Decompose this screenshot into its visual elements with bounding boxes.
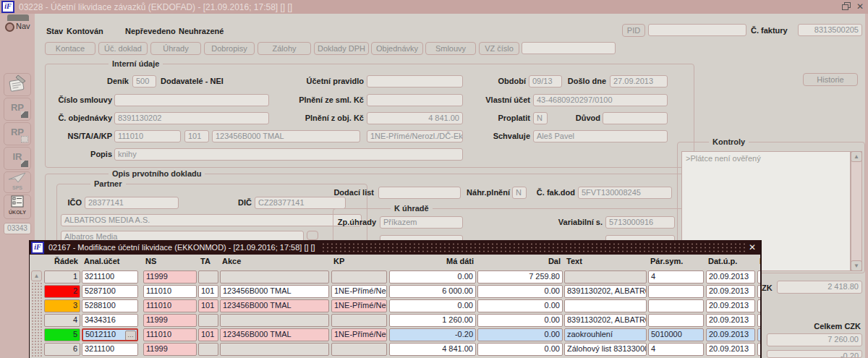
cell-radek[interactable]: 1 [44,270,80,284]
cell-ns[interactable]: 11999 [143,314,197,327]
nahr-plneni-field[interactable]: N [512,187,527,199]
cell-radek[interactable]: 2 [44,285,80,298]
partial-total-field[interactable]: -0.20 [767,350,862,358]
toolbar-zalohy[interactable]: Zálohy [258,42,311,55]
toolbar-objednavky[interactable]: Objednávky [371,42,423,55]
cell-dat-up[interactable]: 20.09.2013 [706,285,755,298]
cell-par-sym[interactable]: 4 [648,270,704,284]
vz-cislo-field[interactable] [522,42,616,54]
cell-par-sym[interactable]: 4 [648,343,704,356]
czk-total-field[interactable]: 2 418.80 [777,281,862,294]
faktura-field[interactable]: 8313500205 [798,24,862,36]
fak-dod-field[interactable]: 5FVT130008245 [578,187,672,199]
cell-ta[interactable]: 101 [198,299,218,312]
partner-more-button[interactable] [307,231,318,240]
zp-uhrady-field[interactable]: Příkazem [380,216,463,229]
proplatit-field[interactable]: N [533,112,548,124]
main-titlebar[interactable]: iF 03228 - Účetní likvidace závazků (EKD… [0,0,868,14]
vlastni-ucet-field[interactable]: 43-4680920297/0100 [533,94,668,106]
toolbar-smlouvy[interactable]: Smlouvy [425,42,476,55]
cell-dal[interactable]: 0.00 [477,285,563,298]
cell-dal[interactable]: 0.00 [477,299,563,312]
ucetni-pravidlo-field[interactable] [367,75,463,88]
cell-dat-up[interactable]: 20.09.2013 [706,343,755,356]
cell-dat-up[interactable]: 20.09.2013 [706,299,755,312]
cell-anal-ucet[interactable]: 3434316 [82,314,138,327]
cell-ma-dati[interactable]: 4 841.00 [389,343,476,356]
cell-ns[interactable]: 111010 [143,328,197,341]
cell-ta[interactable]: 101 [198,328,218,341]
cell-kp[interactable]: 1NE-Přímé/Nero [331,328,387,341]
obdobi-field[interactable]: 09/13 [529,75,562,88]
cell-dat-up[interactable]: 20.09.2013 [706,328,755,341]
scroll-up-icon[interactable]: ▲ [851,151,862,162]
cell-par-sym[interactable] [648,314,704,327]
cell-dal[interactable]: 0.00 [477,314,563,327]
cell-radek[interactable]: 3 [44,299,80,312]
cell-radek[interactable]: 5 [44,328,80,341]
cell-dat-up[interactable]: 20.09.2013 [706,270,755,284]
cell-ta[interactable] [198,270,218,284]
objednavka-field[interactable]: 8391130202 [114,112,269,124]
modal-titlebar[interactable]: iF 02167 - Modifikace účetní likvidace (… [30,240,760,255]
schvaluje-field[interactable]: Aleš Pavel [533,130,668,142]
ellipsis-button[interactable]: … [125,331,136,341]
akce-field[interactable]: 123456B000 TMAL [212,130,360,142]
cell-ma-dati[interactable]: 0.00 [389,270,476,284]
cell-anal-ucet[interactable]: 5288100 [82,299,138,312]
cell-radek[interactable]: 4 [44,314,80,327]
cell-p-col[interactable] [757,299,762,312]
cell-anal-ucet[interactable]: 3211100 [82,343,138,356]
cell-p-col[interactable] [757,343,762,356]
cell-ta[interactable] [198,314,218,327]
ta-field[interactable]: 101 [184,130,209,142]
celkem-field[interactable]: 7 260.00 [767,333,862,346]
toolbar-uhrady[interactable]: Úhrady [150,42,201,55]
toolbar-uc-doklad[interactable]: Úč. doklad [98,42,148,55]
historie-button[interactable]: Historie [803,73,858,86]
cell-text[interactable] [564,299,647,312]
cell-dat-up[interactable]: 20.09.2013 [706,314,755,327]
sps-button[interactable]: SPS [4,171,31,193]
doslo-dne-field[interactable]: 27.09.2013 [610,75,668,88]
cell-p-col[interactable] [757,285,762,298]
duvod-field[interactable] [603,112,668,124]
dock-tab[interactable] [7,14,29,21]
cell-kp[interactable] [331,270,387,284]
close-icon[interactable]: ✕ [749,242,756,252]
scroll-down-icon[interactable]: ▼ [851,260,862,271]
cell-radek[interactable]: 6 [44,343,80,356]
cell-p-col[interactable] [757,270,762,284]
dic-field[interactable]: CZ28377141 [255,197,346,209]
cell-text[interactable]: 8391130202, ALBATRO [564,285,647,298]
cell-anal-ucet[interactable]: 5287100 [82,285,138,298]
rp-solid-button[interactable]: RP [4,98,31,121]
cell-akce[interactable] [220,270,329,284]
cell-ma-dati[interactable]: 1 260.00 [389,314,476,327]
ns-field[interactable]: 111010 [114,130,181,142]
cell-ns[interactable]: 11999 [143,270,197,284]
cell-akce[interactable] [220,343,329,356]
popis-field[interactable]: knihy [114,148,463,161]
dodaci-list-field[interactable] [378,187,461,199]
cell-anal-ucet[interactable]: 5012110… [82,328,138,341]
toolbar-doklady-dph[interactable]: Doklady DPH [314,42,369,55]
cell-ma-dati[interactable]: 0.00 [389,299,476,312]
plneni-obj-field[interactable]: 4 841.00 [367,112,463,124]
cell-p-col[interactable] [757,328,762,341]
restore-icon[interactable] [842,1,851,10]
kp-field[interactable]: 1NE-Přímé/Nerozl./DČ-Eko [367,130,463,142]
cell-dal[interactable]: 0.00 [477,343,563,356]
ukoly-button[interactable]: ÚKOLY [4,195,31,219]
cell-anal-ucet[interactable]: 3211100 [82,270,138,284]
cell-kp[interactable]: 1NE-Přímé/Nero [331,285,387,298]
session-code-field[interactable]: 03343 [4,223,31,234]
cell-akce[interactable]: 123456B000 TMAL [220,299,329,312]
partner-name-field[interactable]: ALBATROS MEDIA A.S. [61,214,362,226]
cell-ma-dati[interactable]: 6 000.00 [389,285,476,298]
cell-par-sym[interactable]: 5010000 [648,328,704,341]
cell-dal[interactable]: 7 259.80 [477,270,563,284]
ico-field[interactable]: 28377141 [85,197,179,209]
cell-kp[interactable] [331,314,387,327]
cell-text[interactable] [564,270,647,284]
